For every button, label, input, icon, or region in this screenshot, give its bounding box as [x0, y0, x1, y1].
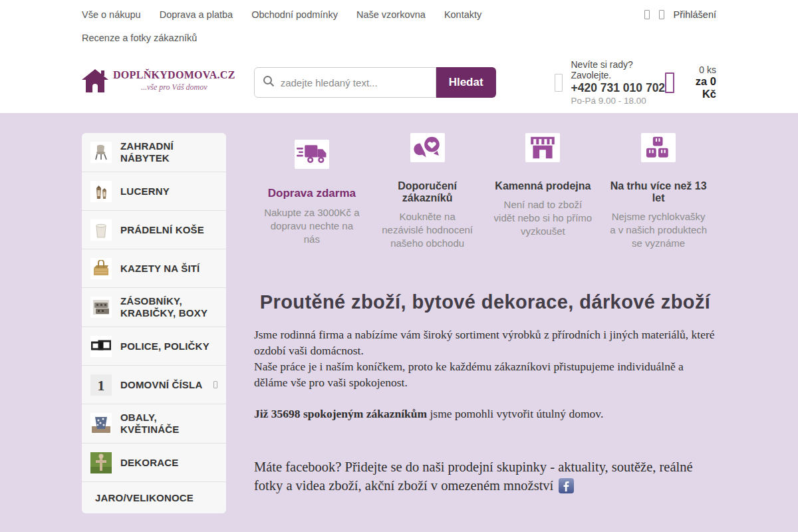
- account-area: Přihlášení: [644, 9, 716, 20]
- login-link[interactable]: Přihlášení: [674, 9, 716, 20]
- storefront-icon: [525, 133, 560, 162]
- nav-link-vse-o-nakupu[interactable]: Vše o nákupu: [82, 9, 141, 20]
- phone-lead-text: Nevíte si rady? Zavolejte.: [571, 59, 666, 80]
- top-navigation: Vše o nákupu Doprava a platba Obchodní p…: [82, 9, 481, 20]
- laundry-basket-thumb: [90, 219, 112, 241]
- garden-decoration-thumb: [90, 452, 112, 473]
- logo-tagline: ...vše pro Váš domov: [113, 82, 235, 92]
- category-sidebar: ZAHRADNÍ NÁBYTEK LUCERNY PRÁDELNÍ KOŠE K…: [82, 133, 226, 513]
- sidebar-item-domovni-cisla[interactable]: 1 DOMOVNÍ ČÍSLA: [82, 366, 226, 404]
- sidebar-item-zasobniky-krabicky-boxy[interactable]: ZÁSOBNÍKY, KRABIČKY, BOXY: [82, 288, 226, 327]
- storage-boxes-thumb: [90, 297, 112, 318]
- feature-title: Na trhu více než 13 let: [608, 180, 708, 204]
- sidebar-item-jaro-velikonoce[interactable]: JARO/VELIKONOCE: [82, 482, 226, 513]
- feature-title: Doprava zdarma: [262, 187, 362, 200]
- lanterns-thumb: [90, 181, 112, 202]
- main-content: Doprava zdarma Nakupte za 3000Kč a dopra…: [254, 133, 716, 513]
- nav-link-doprava-a-platba[interactable]: Doprava a platba: [160, 9, 233, 20]
- facebook-icon[interactable]: [559, 478, 574, 499]
- page-body: ZAHRADNÍ NÁBYTEK LUCERNY PRÁDELNÍ KOŠE K…: [0, 113, 798, 532]
- feature-free-shipping: Doprava zdarma Nakupte za 3000Kč a dopra…: [254, 133, 370, 250]
- feature-description: Koukněte na nezávislé hodnocení našeho o…: [378, 210, 477, 250]
- sidebar-item-label: LUCERNY: [120, 186, 170, 198]
- sidebar-item-label: POLICE, POLIČKY: [120, 340, 209, 352]
- customers-stat: Již 35698 spokojeným zákazníkům jsme pom…: [254, 406, 716, 422]
- sidebar-item-label: PRÁDELNÍ KOŠE: [120, 224, 204, 236]
- customers-stat-bold: Již 35698 spokojeným zákazníkům: [254, 407, 427, 420]
- sidebar-item-dekorace[interactable]: DEKORACE: [82, 444, 226, 482]
- sidebar-item-kazety-na-siti[interactable]: KAZETY NA ŠITÍ: [82, 249, 226, 288]
- sidebar-item-zahradni-nabytek[interactable]: ZAHRADNÍ NÁBYTEK: [82, 133, 226, 172]
- placeholder-1-icon[interactable]: [644, 10, 650, 19]
- garden-chair-thumb: [90, 142, 112, 163]
- intro-paragraph-2: Naše práce je i naším koníčkem, proto ke…: [254, 358, 716, 390]
- sidebar-item-police-policky[interactable]: POLICE, POLIČKY: [82, 327, 226, 366]
- cart-quantity: 0 ks: [682, 65, 716, 75]
- feature-description: Nakupte za 3000Kč a dopravu nechte na ná…: [262, 206, 362, 246]
- stacked-boxes-icon: [641, 133, 676, 162]
- page-title: Proutěné zboží, bytové dekorace, dárkové…: [254, 291, 716, 313]
- nav-link-recenze[interactable]: Recenze a fotky zákazníků: [82, 33, 197, 43]
- sidebar-item-label: KAZETY NA ŠITÍ: [120, 263, 200, 275]
- cart-total: za 0 Kč: [682, 75, 716, 100]
- feature-description: Není nad to zboží vidět nebo si ho přímo…: [493, 198, 593, 238]
- search-button[interactable]: Hledat: [436, 67, 496, 98]
- customers-stat-rest: jsme pomohli vytvořit útulný domov.: [427, 407, 603, 420]
- feature-customer-reviews: Doporučení zákazníků Koukněte na nezávis…: [370, 133, 485, 250]
- feature-title: Doporučení zákazníků: [378, 180, 477, 204]
- feature-highlights: Doprava zdarma Nakupte za 3000Kč a dopra…: [254, 133, 716, 250]
- delivery-truck-icon: [295, 140, 329, 169]
- nav-link-nase-vzorkovna[interactable]: Naše vzorkovna: [356, 9, 426, 20]
- sewing-box-thumb: [90, 258, 112, 279]
- house-number-thumb: 1: [90, 374, 112, 396]
- sidebar-item-label: DEKORACE: [120, 457, 178, 469]
- sidebar-item-pradelni-kose[interactable]: PRÁDELNÍ KOŠE: [82, 211, 226, 249]
- facebook-invite-text: Máte facebook? Přidejte se do naši prode…: [254, 460, 693, 493]
- shelves-thumb: [90, 336, 112, 357]
- sidebar-item-label: ZÁSOBNÍKY, KRABIČKY, BOXY: [120, 295, 217, 319]
- feature-title: Kamenná prodejna: [493, 180, 593, 192]
- feature-description: Nejsme rychlokvašky a v našich produktec…: [608, 210, 708, 250]
- header: DOPLŇKYDOMOVA.CZ ...vše pro Váš domov Hl…: [0, 52, 798, 113]
- cart-widget[interactable]: 0 ks za 0 Kč: [665, 65, 716, 100]
- chat-heart-icon: [410, 133, 445, 162]
- flower-pot-thumb: [90, 413, 112, 434]
- sidebar-item-label: ZAHRADNÍ NÁBYTEK: [120, 140, 217, 164]
- logo[interactable]: DOPLŇKYDOMOVA.CZ ...vše pro Váš domov: [82, 69, 235, 96]
- top-bar: Vše o nákupu Doprava a platba Obchodní p…: [0, 0, 798, 52]
- chevron-right-icon: [213, 381, 217, 388]
- search-input[interactable]: [281, 77, 428, 88]
- phone-number[interactable]: +420 731 010 702: [571, 81, 666, 95]
- intro-paragraph-1: Jsme rodinná firma a nabízíme vám široký…: [254, 327, 716, 358]
- sidebar-item-label: OBALY, KVĚTINÁČE: [120, 412, 217, 436]
- nav-link-kontakty[interactable]: Kontakty: [444, 9, 481, 20]
- logo-title: DOPLŇKYDOMOVA.CZ: [113, 69, 235, 81]
- phone-contact: Nevíte si rady? Zavolejte. +420 731 010 …: [525, 59, 666, 106]
- logo-house-icon: [82, 69, 108, 96]
- svg-text:1: 1: [98, 377, 105, 394]
- feature-brick-store: Kamenná prodejna Není nad to zboží vidět…: [485, 133, 601, 250]
- sidebar-item-obaly-kvetinace[interactable]: OBALY, KVĚTINÁČE: [82, 404, 226, 444]
- placeholder-2-icon[interactable]: [659, 10, 664, 19]
- phone-icon: [555, 74, 563, 92]
- sidebar-item-lucerny[interactable]: LUCERNY: [82, 172, 226, 211]
- sidebar-item-label: DOMOVNÍ ČÍSLA: [120, 379, 202, 391]
- cart-icon: [665, 72, 674, 93]
- search-icon: [263, 75, 275, 90]
- facebook-invite: Máte facebook? Přidejte se do naši prode…: [254, 458, 706, 498]
- nav-link-obchodni-podminky[interactable]: Obchodní podmínky: [251, 9, 338, 20]
- search-bar: Hledat: [254, 67, 496, 98]
- sidebar-item-label: JARO/VELIKONOCE: [95, 492, 194, 504]
- feature-13-years: Na trhu více než 13 let Nejsme rychlokva…: [600, 133, 716, 250]
- phone-hours: Po-Pá 9.00 - 18.00: [571, 96, 666, 106]
